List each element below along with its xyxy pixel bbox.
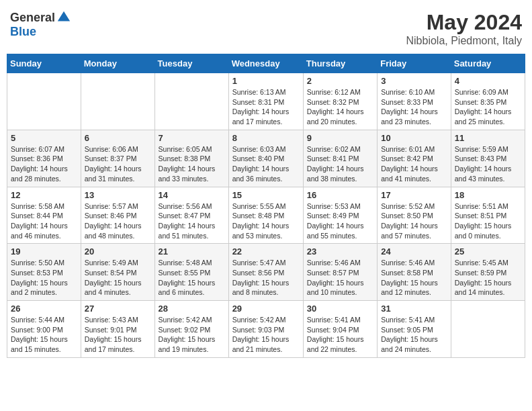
calendar-cell bbox=[154, 73, 228, 130]
week-row-3: 19Sunrise: 5:50 AM Sunset: 8:53 PM Dayli… bbox=[7, 244, 525, 301]
calendar-cell: 21Sunrise: 5:48 AM Sunset: 8:55 PM Dayli… bbox=[154, 244, 228, 301]
day-info: Sunrise: 5:41 AM Sunset: 9:04 PM Dayligh… bbox=[307, 315, 373, 355]
calendar-cell: 24Sunrise: 5:46 AM Sunset: 8:58 PM Dayli… bbox=[378, 244, 451, 301]
day-number: 20 bbox=[85, 246, 151, 257]
day-info: Sunrise: 6:09 AM Sunset: 8:35 PM Dayligh… bbox=[455, 87, 521, 127]
col-header-monday: Monday bbox=[81, 54, 154, 73]
svg-marker-0 bbox=[58, 11, 70, 21]
calendar-cell: 31Sunrise: 5:41 AM Sunset: 9:05 PM Dayli… bbox=[378, 301, 451, 358]
calendar-cell: 29Sunrise: 5:42 AM Sunset: 9:03 PM Dayli… bbox=[228, 301, 303, 358]
month-title: May 2024 bbox=[406, 10, 522, 35]
day-info: Sunrise: 6:01 AM Sunset: 8:42 PM Dayligh… bbox=[381, 144, 447, 184]
calendar-table: SundayMondayTuesdayWednesdayThursdayFrid… bbox=[7, 54, 525, 358]
calendar-cell: 5Sunrise: 6:07 AM Sunset: 8:36 PM Daylig… bbox=[7, 130, 81, 187]
col-header-saturday: Saturday bbox=[451, 54, 525, 73]
day-info: Sunrise: 5:55 AM Sunset: 8:48 PM Dayligh… bbox=[232, 201, 300, 241]
col-header-sunday: Sunday bbox=[7, 54, 81, 73]
day-number: 10 bbox=[381, 133, 447, 143]
day-info: Sunrise: 5:42 AM Sunset: 9:03 PM Dayligh… bbox=[232, 315, 300, 355]
day-number: 29 bbox=[232, 304, 300, 314]
col-header-thursday: Thursday bbox=[303, 54, 377, 73]
calendar-cell: 8Sunrise: 6:03 AM Sunset: 8:40 PM Daylig… bbox=[228, 130, 303, 187]
day-number: 8 bbox=[232, 133, 300, 143]
week-row-4: 26Sunrise: 5:44 AM Sunset: 9:00 PM Dayli… bbox=[7, 301, 525, 358]
day-info: Sunrise: 5:58 AM Sunset: 8:44 PM Dayligh… bbox=[11, 201, 77, 241]
day-number: 7 bbox=[159, 133, 225, 143]
calendar-cell: 26Sunrise: 5:44 AM Sunset: 9:00 PM Dayli… bbox=[7, 301, 81, 358]
day-number: 16 bbox=[307, 190, 373, 200]
day-info: Sunrise: 5:57 AM Sunset: 8:46 PM Dayligh… bbox=[85, 201, 151, 241]
day-number: 15 bbox=[232, 190, 300, 200]
calendar-cell bbox=[7, 73, 81, 130]
day-info: Sunrise: 6:03 AM Sunset: 8:40 PM Dayligh… bbox=[232, 144, 300, 184]
calendar-cell: 22Sunrise: 5:47 AM Sunset: 8:56 PM Dayli… bbox=[228, 244, 303, 301]
calendar-cell: 3Sunrise: 6:10 AM Sunset: 8:33 PM Daylig… bbox=[378, 73, 451, 130]
logo: General Blue bbox=[10, 10, 71, 39]
day-number: 3 bbox=[381, 76, 447, 86]
day-number: 18 bbox=[455, 190, 521, 200]
day-info: Sunrise: 6:06 AM Sunset: 8:37 PM Dayligh… bbox=[85, 144, 151, 184]
calendar-cell: 20Sunrise: 5:49 AM Sunset: 8:54 PM Dayli… bbox=[81, 244, 154, 301]
day-info: Sunrise: 5:44 AM Sunset: 9:00 PM Dayligh… bbox=[11, 315, 77, 355]
day-info: Sunrise: 5:45 AM Sunset: 8:59 PM Dayligh… bbox=[455, 258, 521, 298]
day-number: 6 bbox=[85, 133, 151, 143]
calendar-cell: 6Sunrise: 6:06 AM Sunset: 8:37 PM Daylig… bbox=[81, 130, 154, 187]
day-info: Sunrise: 5:46 AM Sunset: 8:58 PM Dayligh… bbox=[381, 258, 447, 298]
location-title: Nibbiola, Piedmont, Italy bbox=[406, 35, 522, 47]
header-row: SundayMondayTuesdayWednesdayThursdayFrid… bbox=[7, 54, 525, 73]
calendar-cell: 16Sunrise: 5:53 AM Sunset: 8:49 PM Dayli… bbox=[303, 187, 377, 244]
day-number: 21 bbox=[159, 246, 225, 257]
day-info: Sunrise: 5:50 AM Sunset: 8:53 PM Dayligh… bbox=[11, 258, 77, 298]
day-info: Sunrise: 6:12 AM Sunset: 8:32 PM Dayligh… bbox=[307, 87, 373, 127]
day-number: 5 bbox=[11, 133, 77, 143]
day-info: Sunrise: 6:02 AM Sunset: 8:41 PM Dayligh… bbox=[307, 144, 373, 184]
day-number: 2 bbox=[307, 76, 373, 86]
day-number: 23 bbox=[307, 246, 373, 257]
calendar-cell: 28Sunrise: 5:42 AM Sunset: 9:02 PM Dayli… bbox=[154, 301, 228, 358]
calendar-cell: 25Sunrise: 5:45 AM Sunset: 8:59 PM Dayli… bbox=[451, 244, 525, 301]
day-number: 27 bbox=[85, 304, 151, 314]
day-info: Sunrise: 5:48 AM Sunset: 8:55 PM Dayligh… bbox=[159, 258, 225, 298]
calendar-cell: 4Sunrise: 6:09 AM Sunset: 8:35 PM Daylig… bbox=[451, 73, 525, 130]
calendar-cell: 12Sunrise: 5:58 AM Sunset: 8:44 PM Dayli… bbox=[7, 187, 81, 244]
day-number: 25 bbox=[455, 246, 521, 257]
calendar-cell: 13Sunrise: 5:57 AM Sunset: 8:46 PM Dayli… bbox=[81, 187, 154, 244]
calendar-cell: 11Sunrise: 5:59 AM Sunset: 8:43 PM Dayli… bbox=[451, 130, 525, 187]
calendar-cell: 14Sunrise: 5:56 AM Sunset: 8:47 PM Dayli… bbox=[154, 187, 228, 244]
week-row-1: 5Sunrise: 6:07 AM Sunset: 8:36 PM Daylig… bbox=[7, 130, 525, 187]
day-number: 24 bbox=[381, 246, 447, 257]
calendar-cell: 2Sunrise: 6:12 AM Sunset: 8:32 PM Daylig… bbox=[303, 73, 377, 130]
col-header-wednesday: Wednesday bbox=[228, 54, 303, 73]
day-number: 31 bbox=[381, 304, 447, 314]
day-info: Sunrise: 5:46 AM Sunset: 8:57 PM Dayligh… bbox=[307, 258, 373, 298]
day-info: Sunrise: 6:10 AM Sunset: 8:33 PM Dayligh… bbox=[381, 87, 447, 127]
day-info: Sunrise: 5:52 AM Sunset: 8:50 PM Dayligh… bbox=[381, 201, 447, 241]
calendar-cell: 17Sunrise: 5:52 AM Sunset: 8:50 PM Dayli… bbox=[378, 187, 451, 244]
day-info: Sunrise: 6:07 AM Sunset: 8:36 PM Dayligh… bbox=[11, 144, 77, 184]
calendar-cell: 15Sunrise: 5:55 AM Sunset: 8:48 PM Dayli… bbox=[228, 187, 303, 244]
day-number: 11 bbox=[455, 133, 521, 143]
day-info: Sunrise: 5:53 AM Sunset: 8:49 PM Dayligh… bbox=[307, 201, 373, 241]
day-number: 4 bbox=[455, 76, 521, 86]
day-number: 26 bbox=[11, 304, 77, 314]
week-row-0: 1Sunrise: 6:13 AM Sunset: 8:31 PM Daylig… bbox=[7, 73, 525, 130]
day-info: Sunrise: 6:13 AM Sunset: 8:31 PM Dayligh… bbox=[232, 87, 300, 127]
day-info: Sunrise: 5:41 AM Sunset: 9:05 PM Dayligh… bbox=[381, 315, 447, 355]
calendar-cell: 1Sunrise: 6:13 AM Sunset: 8:31 PM Daylig… bbox=[228, 73, 303, 130]
day-info: Sunrise: 5:56 AM Sunset: 8:47 PM Dayligh… bbox=[159, 201, 225, 241]
calendar-cell: 10Sunrise: 6:01 AM Sunset: 8:42 PM Dayli… bbox=[378, 130, 451, 187]
calendar-cell: 23Sunrise: 5:46 AM Sunset: 8:57 PM Dayli… bbox=[303, 244, 377, 301]
day-number: 22 bbox=[232, 246, 300, 257]
day-number: 19 bbox=[11, 246, 77, 257]
day-info: Sunrise: 5:42 AM Sunset: 9:02 PM Dayligh… bbox=[159, 315, 225, 355]
day-number: 17 bbox=[381, 190, 447, 200]
calendar-cell: 27Sunrise: 5:43 AM Sunset: 9:01 PM Dayli… bbox=[81, 301, 154, 358]
week-row-2: 12Sunrise: 5:58 AM Sunset: 8:44 PM Dayli… bbox=[7, 187, 525, 244]
day-info: Sunrise: 6:05 AM Sunset: 8:38 PM Dayligh… bbox=[159, 144, 225, 184]
day-number: 1 bbox=[232, 76, 300, 86]
day-number: 9 bbox=[307, 133, 373, 143]
calendar-cell: 18Sunrise: 5:51 AM Sunset: 8:51 PM Dayli… bbox=[451, 187, 525, 244]
header: General Blue May 2024 Nibbiola, Piedmont… bbox=[7, 7, 525, 47]
calendar-cell: 30Sunrise: 5:41 AM Sunset: 9:04 PM Dayli… bbox=[303, 301, 377, 358]
logo-icon bbox=[56, 10, 71, 25]
